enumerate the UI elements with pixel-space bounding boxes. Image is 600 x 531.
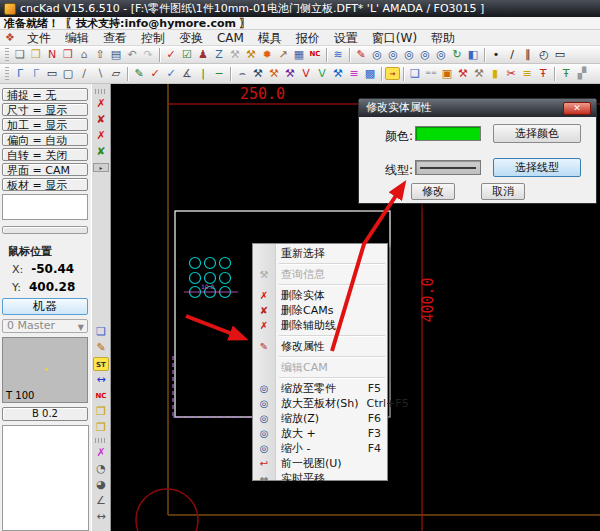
corner-arc[interactable] (136, 489, 198, 531)
redraw-icon[interactable]: ↻ (449, 47, 465, 62)
toggle-interface[interactable]: 界面 = CAM (2, 163, 88, 176)
delete-guides-tool-icon[interactable]: ✘ (93, 145, 109, 159)
burn-icon[interactable]: ✹ (259, 47, 275, 62)
rotate-cw-icon[interactable]: ◔ (93, 462, 109, 476)
new-part-icon[interactable]: N (44, 47, 60, 62)
menu-[interactable]: 帮助 (424, 31, 462, 45)
auto-cam-icon[interactable]: ✓ (163, 47, 179, 62)
verify-blue-icon[interactable]: ✓ (163, 66, 179, 81)
toggle-dimensions[interactable]: 尺寸 = 显示 (2, 103, 88, 116)
hole-circle[interactable] (205, 273, 216, 284)
hole-circle[interactable] (220, 273, 231, 284)
dialog-title[interactable]: 修改实体属性 (359, 99, 596, 117)
tool-arrow-icon[interactable]: ↗ (275, 47, 291, 62)
save-icon[interactable]: ▤ (108, 47, 124, 62)
punch-ac-icon[interactable]: ⚒ (250, 66, 266, 81)
choose-color-button[interactable]: 选择颜色 (493, 124, 581, 143)
toggle-sheet[interactable]: 板材 = 显示 (2, 178, 88, 191)
menu-[interactable]: 模具 (251, 31, 289, 45)
linetype-preview[interactable] (415, 160, 481, 175)
menu-item-zoom-out[interactable]: ◎缩小 -F4 (253, 441, 387, 456)
menu-[interactable]: 编辑 (58, 31, 96, 45)
draw-point-icon[interactable]: • (488, 47, 504, 62)
post-process-icon[interactable]: ♟ (195, 47, 211, 62)
cut-scissors-icon[interactable]: ✂ (503, 66, 519, 81)
v-check2-icon[interactable]: V (314, 66, 330, 81)
copy-a-icon[interactable]: ❐ (93, 405, 109, 419)
hole-circle[interactable] (190, 258, 201, 269)
tool-preview-box[interactable]: T 100 (2, 337, 88, 403)
tool-list-box[interactable] (2, 425, 89, 531)
swap-arrows-icon[interactable]: ↔ (93, 373, 109, 387)
tool-set-icon[interactable]: ⚒ (455, 66, 471, 81)
draw-measure-icon[interactable]: ✎ (353, 47, 369, 62)
sequence-icon[interactable]: Z (211, 47, 227, 62)
menu-[interactable]: 变换 (172, 31, 210, 45)
toggle-autorotate[interactable]: 自转 = 关闭 (2, 148, 88, 161)
tbar-icon[interactable]: Ŧ (535, 66, 551, 81)
measure-angle-icon[interactable]: ∡ (179, 66, 195, 81)
save-as-icon[interactable]: ⇧ (92, 47, 108, 62)
menu-item-delete-guides[interactable]: ✗删除辅助线 (253, 318, 387, 333)
menu-item-modify-properties[interactable]: ✎修改属性 (253, 339, 387, 354)
obround-icon[interactable]: ▱ (108, 66, 124, 81)
machine-button[interactable]: 机器 (2, 298, 88, 315)
draw-line-icon[interactable]: ∕ (504, 47, 520, 62)
st-tool-icon[interactable]: ST (93, 357, 109, 371)
toolbar-grip[interactable] (95, 89, 107, 94)
group-copy-icon[interactable]: ❑ (407, 66, 423, 81)
punch-add-icon[interactable]: ⚒ (243, 47, 259, 62)
zoom-part-icon[interactable]: ◎ (369, 47, 385, 62)
snap-pencil-icon[interactable]: ✎ (131, 66, 147, 81)
toolbar-grip[interactable] (5, 67, 9, 81)
zoom-sheet-icon[interactable]: ◎ (385, 47, 401, 62)
toggle-offset[interactable]: 偏向 = 自动 (2, 133, 88, 146)
menu-[interactable]: 查看 (96, 31, 134, 45)
punch-disabled-icon[interactable]: ⚒ (227, 47, 243, 62)
hole-circle[interactable] (190, 273, 201, 284)
modify-button[interactable]: 修改 (411, 183, 455, 200)
pattern-icon[interactable]: ▩ (362, 66, 378, 81)
panel-divider-bar[interactable] (2, 226, 88, 234)
simulate-icon[interactable]: ≋ (330, 47, 346, 62)
zoom-window-icon[interactable]: ◎ (401, 47, 417, 62)
angle-icon[interactable]: ∠ (93, 494, 109, 508)
color-swatch[interactable] (415, 126, 481, 141)
template-icon[interactable]: ⌂ (76, 47, 92, 62)
b-tool-button[interactable]: B 0.2 (2, 407, 88, 421)
fill-view-icon[interactable]: ◧ (465, 47, 481, 62)
menu-[interactable]: 设置 (327, 31, 365, 45)
vertical-line-icon[interactable]: | (195, 66, 211, 81)
cam-checklist-icon[interactable]: ☑ (179, 47, 195, 62)
rotate-ccw-icon[interactable]: ◕ (93, 478, 109, 492)
hole-dimension-label[interactable]: 10.0 (201, 283, 215, 290)
hole-circle[interactable] (205, 258, 216, 269)
sheet-tag-icon[interactable]: ▞ (574, 66, 590, 81)
open-file-icon[interactable]: ❒ (28, 47, 44, 62)
menu-item-zoom-to-sheet[interactable]: ◎放大至板材(Sh)Ctrl+F5 (253, 396, 387, 411)
undo-icon[interactable]: ↶ (124, 47, 140, 62)
arc-point-icon[interactable]: ⌢ (234, 66, 250, 81)
yellow-next-icon[interactable]: → (385, 67, 400, 80)
menu-item-delete-entity[interactable]: ✗删除实体 (253, 288, 387, 303)
menu-w[interactable]: 窗口(W) (365, 31, 424, 45)
nc-edit-icon[interactable]: NC (93, 389, 109, 403)
menu-item-previous-view[interactable]: ↩前一视图(U) (253, 456, 387, 471)
delete-entity-tool-icon[interactable]: ✗ (93, 97, 109, 111)
redo-icon[interactable]: ↷ (140, 47, 156, 62)
hole-circle[interactable] (220, 258, 231, 269)
zoom-out-icon[interactable]: ◎ (433, 47, 449, 62)
nest-grid-icon[interactable]: ▦ (291, 47, 307, 62)
menu-item-zoom-in[interactable]: ◎放大 +F3 (253, 426, 387, 441)
menu-[interactable]: 文件 (20, 31, 58, 45)
preview-doc-icon[interactable]: ❏ (93, 325, 109, 339)
collapse-handle[interactable]: ▸ (93, 163, 109, 172)
draw-rect-icon[interactable]: ▭ (552, 47, 568, 62)
open-part-icon[interactable]: ❒ (60, 47, 76, 62)
delete-cams-tool-icon[interactable]: ✘ (93, 113, 109, 127)
close-icon[interactable]: ✕ (563, 102, 591, 115)
rounded-rect-icon[interactable]: ▢ (60, 66, 76, 81)
verify-red-icon[interactable]: ✓ (147, 66, 163, 81)
delete-move-tool-icon[interactable]: ✗ (93, 129, 109, 143)
layers-icon[interactable]: ≡ (519, 66, 535, 81)
